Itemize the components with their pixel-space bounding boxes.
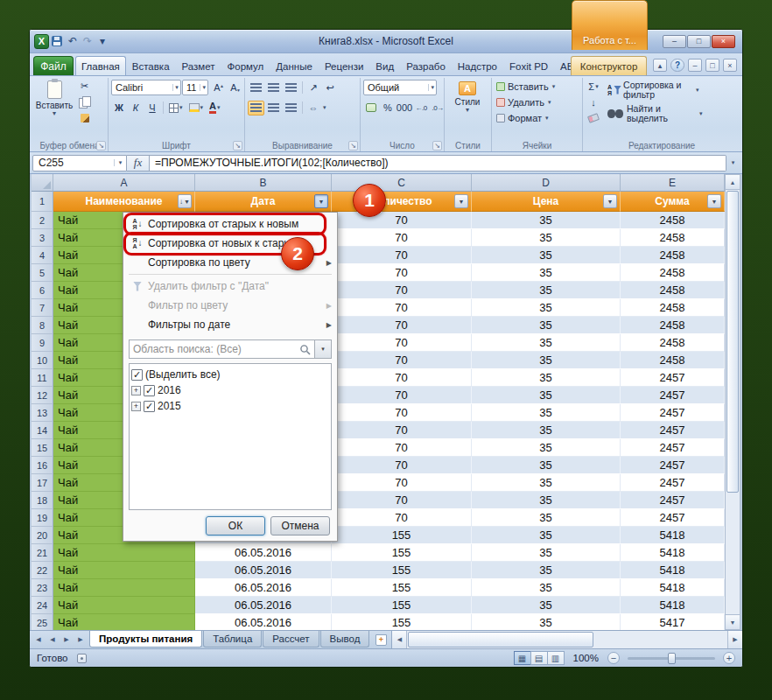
cell-c7[interactable]: 70 (332, 299, 472, 317)
sheet-tab-food-products[interactable]: Продукты питания (89, 631, 202, 648)
italic-button[interactable]: К (128, 101, 144, 116)
cell-c12[interactable]: 70 (332, 387, 472, 404)
select-all-corner[interactable] (32, 174, 53, 192)
align-center-icon[interactable] (265, 101, 282, 116)
sheet-nav-first-icon[interactable]: ◀ (32, 634, 45, 646)
row-header-6[interactable]: 6 (32, 282, 53, 299)
orientation-icon[interactable]: ↗ (305, 80, 321, 95)
cell-c9[interactable]: 70 (332, 334, 472, 352)
font-name-select[interactable]: Calibri▾ (111, 80, 181, 95)
cell-e24[interactable]: 5418 (621, 597, 725, 614)
row-header-10[interactable]: 10 (32, 352, 53, 369)
row-header-12[interactable]: 12 (32, 387, 53, 404)
cell-c25[interactable]: 155 (332, 614, 472, 630)
row-header-18[interactable]: 18 (32, 492, 53, 509)
cell-d10[interactable]: 35 (472, 352, 621, 369)
cell-e12[interactable]: 2457 (621, 387, 725, 404)
row-header-17[interactable]: 17 (32, 474, 53, 492)
tree-item-2016[interactable]: +✓2016 (131, 382, 329, 398)
search-dropdown-icon[interactable]: ▾ (315, 340, 332, 359)
row-header-24[interactable]: 24 (32, 597, 53, 614)
row-header-20[interactable]: 20 (32, 527, 53, 544)
expand-icon[interactable]: + (131, 386, 141, 396)
help-icon[interactable]: ? (670, 59, 684, 72)
name-box[interactable]: C255 ▾ (32, 155, 127, 172)
sheet-nav-next-icon[interactable]: ▶ (60, 634, 73, 646)
cell-e2[interactable]: 2458 (621, 212, 725, 229)
cell-d14[interactable]: 35 (472, 422, 621, 439)
cell-d21[interactable]: 35 (472, 544, 621, 562)
cell-e23[interactable]: 5418 (621, 579, 725, 597)
qat-dropdown-icon[interactable]: ▾ (96, 34, 109, 48)
currency-format-icon[interactable] (363, 101, 379, 116)
zoom-level[interactable]: 100% (573, 653, 599, 663)
cell-e9[interactable]: 2458 (621, 334, 725, 352)
cell-c3[interactable]: 70 (332, 229, 472, 247)
sheet-nav-prev-icon[interactable]: ◀ (46, 634, 59, 646)
filter-button-b[interactable]: ▼ (314, 194, 328, 208)
align-right-icon[interactable] (283, 101, 299, 116)
cell-c4[interactable]: 70 (332, 247, 472, 264)
redo-icon[interactable]: ↷ (81, 34, 94, 48)
cell-d18[interactable]: 35 (472, 492, 621, 509)
scroll-down-icon[interactable]: ▼ (726, 614, 740, 629)
cell-e13[interactable]: 2457 (621, 404, 725, 422)
cell-c20[interactable]: 155 (332, 527, 472, 544)
cell-d19[interactable]: 35 (472, 509, 621, 527)
merge-center-icon[interactable]: ⇔ (305, 101, 321, 116)
clipboard-dialog-launcher[interactable]: ↘ (96, 141, 106, 150)
tab-foxit-pdf[interactable]: Foxit PD (503, 56, 554, 75)
scroll-right-icon[interactable]: ▶ (727, 631, 742, 648)
cell-c19[interactable]: 70 (332, 509, 472, 527)
filter-button-e[interactable]: ▼ (707, 194, 721, 208)
align-bottom-icon[interactable] (283, 80, 299, 95)
cell-c18[interactable]: 70 (332, 492, 472, 509)
cell-c14[interactable]: 70 (332, 422, 472, 439)
percent-format-icon[interactable]: % (380, 101, 396, 116)
cancel-button[interactable]: Отмена (270, 516, 330, 536)
cell-b24[interactable]: 06.05.2016 (195, 597, 332, 614)
macro-record-icon[interactable] (77, 654, 87, 663)
decimal-increase-icon[interactable]: ←.0 (413, 101, 429, 116)
workbook-close-icon[interactable]: × (723, 59, 737, 72)
filter-button-a[interactable]: ↓▼ (178, 194, 192, 208)
row-header-19[interactable]: 19 (32, 509, 53, 527)
cell-e5[interactable]: 2458 (621, 264, 725, 282)
cell-c23[interactable]: 155 (332, 579, 472, 597)
checkbox-checked-icon[interactable]: ✓ (144, 401, 155, 412)
cell-e21[interactable]: 5418 (621, 544, 725, 562)
row-header-9[interactable]: 9 (32, 334, 53, 352)
cell-c21[interactable]: 155 (332, 544, 472, 562)
cell-c11[interactable]: 70 (332, 369, 472, 387)
cell-d22[interactable]: 35 (472, 562, 621, 579)
insert-cells-button[interactable]: Вставить ▾ (495, 79, 579, 94)
workbook-minimize-icon[interactable]: – (688, 59, 702, 72)
cell-e15[interactable]: 2457 (621, 439, 725, 457)
cell-e14[interactable]: 2457 (621, 422, 725, 439)
row-header-4[interactable]: 4 (32, 247, 53, 264)
borders-icon[interactable]: ▾ (166, 101, 186, 116)
tree-item-select-all[interactable]: ✓(Выделить все) (131, 367, 329, 382)
insert-function-button[interactable]: fx (127, 155, 150, 172)
tab-view[interactable]: Вид (369, 56, 400, 75)
cell-e4[interactable]: 2458 (621, 247, 725, 264)
undo-icon[interactable]: ↶ (67, 34, 79, 48)
workbook-restore-icon[interactable]: □ (705, 59, 719, 72)
cell-e16[interactable]: 2457 (621, 457, 725, 474)
align-top-icon[interactable] (248, 80, 264, 95)
tab-formulas[interactable]: Формул (221, 56, 270, 75)
find-select-button[interactable]: Найти и выделить ▾ (605, 102, 705, 124)
wrap-text-icon[interactable]: ↩ (322, 80, 338, 95)
insert-worksheet-tab[interactable]: + (370, 631, 391, 648)
alignment-dialog-launcher[interactable]: ↘ (348, 141, 358, 150)
cell-e18[interactable]: 2457 (621, 492, 725, 509)
filter-button-c[interactable]: ▼ (454, 194, 468, 208)
view-page-layout-icon[interactable]: ▤ (530, 651, 548, 665)
tab-home[interactable]: Главная (75, 56, 126, 75)
cell-a24[interactable]: Чай (53, 597, 195, 614)
cell-a21[interactable]: Чай (53, 544, 195, 562)
cell-d20[interactable]: 35 (472, 527, 621, 544)
zoom-slider-thumb[interactable] (668, 653, 676, 664)
styles-button[interactable]: А Стили ▾ (447, 79, 488, 139)
cell-e7[interactable]: 2458 (621, 299, 725, 317)
